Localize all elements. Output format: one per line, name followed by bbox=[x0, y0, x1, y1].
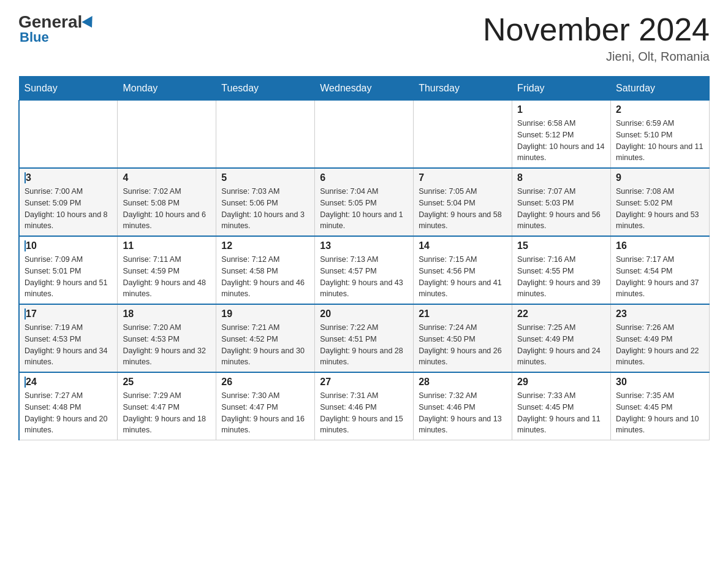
day-info: Sunrise: 7:17 AMSunset: 4:54 PMDaylight:… bbox=[616, 254, 704, 300]
day-number: 22 bbox=[517, 308, 605, 320]
calendar-cell-w5-d6: 29Sunrise: 7:33 AMSunset: 4:45 PMDayligh… bbox=[512, 372, 611, 440]
col-sunday: Sunday bbox=[19, 77, 118, 101]
day-info: Sunrise: 7:08 AMSunset: 5:02 PMDaylight:… bbox=[616, 186, 704, 232]
day-number: 23 bbox=[616, 308, 704, 320]
calendar-cell-w3-d7: 16Sunrise: 7:17 AMSunset: 4:54 PMDayligh… bbox=[611, 236, 710, 304]
day-number: 21 bbox=[419, 308, 507, 320]
calendar-cell-w4-d7: 23Sunrise: 7:26 AMSunset: 4:49 PMDayligh… bbox=[611, 304, 710, 372]
day-info: Sunrise: 7:32 AMSunset: 4:46 PMDaylight:… bbox=[419, 390, 507, 436]
day-number: 20 bbox=[320, 308, 408, 320]
col-friday: Friday bbox=[512, 77, 611, 101]
calendar-header-row: Sunday Monday Tuesday Wednesday Thursday… bbox=[19, 77, 710, 101]
day-number: 11 bbox=[123, 240, 211, 251]
day-number: 29 bbox=[517, 377, 605, 388]
calendar-cell-w5-d2: 25Sunrise: 7:29 AMSunset: 4:47 PMDayligh… bbox=[118, 372, 216, 440]
calendar-cell-w2-d4: 6Sunrise: 7:04 AMSunset: 5:05 PMDaylight… bbox=[315, 168, 414, 236]
day-number: 24 bbox=[25, 377, 112, 388]
calendar-cell-w3-d1: 10Sunrise: 7:09 AMSunset: 5:01 PMDayligh… bbox=[19, 236, 118, 304]
day-info: Sunrise: 7:02 AMSunset: 5:08 PMDaylight:… bbox=[123, 186, 211, 232]
day-number: 5 bbox=[221, 172, 309, 183]
day-number: 19 bbox=[221, 308, 309, 320]
day-info: Sunrise: 7:09 AMSunset: 5:01 PMDaylight:… bbox=[25, 254, 112, 300]
calendar-week-1: 1Sunrise: 6:58 AMSunset: 5:12 PMDaylight… bbox=[19, 101, 710, 169]
day-info: Sunrise: 7:29 AMSunset: 4:47 PMDaylight:… bbox=[123, 390, 211, 436]
calendar-cell-w3-d6: 15Sunrise: 7:16 AMSunset: 4:55 PMDayligh… bbox=[512, 236, 611, 304]
calendar-cell-w2-d1: 3Sunrise: 7:00 AMSunset: 5:09 PMDaylight… bbox=[19, 168, 118, 236]
calendar-cell-w2-d3: 5Sunrise: 7:03 AMSunset: 5:06 PMDaylight… bbox=[216, 168, 315, 236]
logo-blue-label: Blue bbox=[20, 29, 49, 45]
day-info: Sunrise: 7:04 AMSunset: 5:05 PMDaylight:… bbox=[320, 186, 408, 232]
day-info: Sunrise: 7:15 AMSunset: 4:56 PMDaylight:… bbox=[419, 254, 507, 300]
day-number: 30 bbox=[616, 377, 704, 388]
day-info: Sunrise: 7:19 AMSunset: 4:53 PMDaylight:… bbox=[25, 322, 112, 368]
calendar-cell-w1-d7: 2Sunrise: 6:59 AMSunset: 5:10 PMDaylight… bbox=[611, 101, 710, 169]
calendar-cell-w1-d4 bbox=[315, 101, 414, 169]
calendar-cell-w1-d2 bbox=[118, 101, 216, 169]
calendar-cell-w4-d2: 18Sunrise: 7:20 AMSunset: 4:53 PMDayligh… bbox=[118, 304, 216, 372]
day-number: 14 bbox=[419, 240, 507, 251]
logo: General Blue bbox=[18, 12, 96, 45]
day-info: Sunrise: 7:25 AMSunset: 4:49 PMDaylight:… bbox=[517, 322, 605, 368]
day-info: Sunrise: 7:05 AMSunset: 5:04 PMDaylight:… bbox=[419, 186, 507, 232]
day-info: Sunrise: 7:24 AMSunset: 4:50 PMDaylight:… bbox=[419, 322, 507, 368]
col-saturday: Saturday bbox=[611, 77, 710, 101]
calendar-cell-w3-d2: 11Sunrise: 7:11 AMSunset: 4:59 PMDayligh… bbox=[118, 236, 216, 304]
location-label: Jieni, Olt, Romania bbox=[483, 50, 710, 64]
day-info: Sunrise: 6:59 AMSunset: 5:10 PMDaylight:… bbox=[616, 118, 704, 164]
calendar-week-5: 24Sunrise: 7:27 AMSunset: 4:48 PMDayligh… bbox=[19, 372, 710, 440]
day-number: 17 bbox=[25, 308, 112, 320]
calendar-cell-w3-d5: 14Sunrise: 7:15 AMSunset: 4:56 PMDayligh… bbox=[414, 236, 512, 304]
day-info: Sunrise: 7:26 AMSunset: 4:49 PMDaylight:… bbox=[616, 322, 704, 368]
calendar-cell-w2-d6: 8Sunrise: 7:07 AMSunset: 5:03 PMDaylight… bbox=[512, 168, 611, 236]
day-number: 10 bbox=[25, 240, 112, 251]
calendar-cell-w5-d7: 30Sunrise: 7:35 AMSunset: 4:45 PMDayligh… bbox=[611, 372, 710, 440]
calendar-cell-w2-d2: 4Sunrise: 7:02 AMSunset: 5:08 PMDaylight… bbox=[118, 168, 216, 236]
calendar-cell-w1-d1 bbox=[19, 101, 118, 169]
calendar-week-4: 17Sunrise: 7:19 AMSunset: 4:53 PMDayligh… bbox=[19, 304, 710, 372]
day-number: 26 bbox=[221, 377, 309, 388]
day-info: Sunrise: 7:35 AMSunset: 4:45 PMDaylight:… bbox=[616, 390, 704, 436]
day-number: 18 bbox=[123, 308, 211, 320]
calendar-cell-w5-d3: 26Sunrise: 7:30 AMSunset: 4:47 PMDayligh… bbox=[216, 372, 315, 440]
day-number: 6 bbox=[320, 172, 408, 183]
day-info: Sunrise: 7:13 AMSunset: 4:57 PMDaylight:… bbox=[320, 254, 408, 300]
day-number: 15 bbox=[517, 240, 605, 251]
calendar-cell-w2-d5: 7Sunrise: 7:05 AMSunset: 5:04 PMDaylight… bbox=[414, 168, 512, 236]
calendar-cell-w5-d1: 24Sunrise: 7:27 AMSunset: 4:48 PMDayligh… bbox=[19, 372, 118, 440]
calendar-cell-w4-d1: 17Sunrise: 7:19 AMSunset: 4:53 PMDayligh… bbox=[19, 304, 118, 372]
day-info: Sunrise: 7:16 AMSunset: 4:55 PMDaylight:… bbox=[517, 254, 605, 300]
col-monday: Monday bbox=[118, 77, 216, 101]
calendar-cell-w5-d5: 28Sunrise: 7:32 AMSunset: 4:46 PMDayligh… bbox=[414, 372, 512, 440]
col-wednesday: Wednesday bbox=[315, 77, 414, 101]
calendar-cell-w2-d7: 9Sunrise: 7:08 AMSunset: 5:02 PMDaylight… bbox=[611, 168, 710, 236]
day-number: 9 bbox=[616, 172, 704, 183]
day-info: Sunrise: 7:22 AMSunset: 4:51 PMDaylight:… bbox=[320, 322, 408, 368]
calendar-week-2: 3Sunrise: 7:00 AMSunset: 5:09 PMDaylight… bbox=[19, 168, 710, 236]
logo-arrow-icon bbox=[82, 16, 97, 31]
day-number: 7 bbox=[419, 172, 507, 183]
day-number: 25 bbox=[123, 377, 211, 388]
calendar-cell-w3-d4: 13Sunrise: 7:13 AMSunset: 4:57 PMDayligh… bbox=[315, 236, 414, 304]
day-number: 4 bbox=[123, 172, 211, 183]
title-block: November 2024 Jieni, Olt, Romania bbox=[483, 12, 710, 64]
col-tuesday: Tuesday bbox=[216, 77, 315, 101]
day-number: 16 bbox=[616, 240, 704, 251]
day-number: 8 bbox=[517, 172, 605, 183]
day-number: 2 bbox=[616, 104, 704, 115]
calendar-cell-w4-d3: 19Sunrise: 7:21 AMSunset: 4:52 PMDayligh… bbox=[216, 304, 315, 372]
day-number: 1 bbox=[517, 104, 605, 115]
calendar-cell-w1-d5 bbox=[414, 101, 512, 169]
calendar-cell-w1-d3 bbox=[216, 101, 315, 169]
day-info: Sunrise: 7:07 AMSunset: 5:03 PMDaylight:… bbox=[517, 186, 605, 232]
day-info: Sunrise: 7:00 AMSunset: 5:09 PMDaylight:… bbox=[25, 186, 112, 232]
calendar-title: November 2024 bbox=[483, 12, 710, 47]
day-info: Sunrise: 7:30 AMSunset: 4:47 PMDaylight:… bbox=[221, 390, 309, 436]
day-info: Sunrise: 6:58 AMSunset: 5:12 PMDaylight:… bbox=[517, 118, 605, 164]
calendar-week-3: 10Sunrise: 7:09 AMSunset: 5:01 PMDayligh… bbox=[19, 236, 710, 304]
day-info: Sunrise: 7:27 AMSunset: 4:48 PMDaylight:… bbox=[25, 390, 112, 436]
day-number: 27 bbox=[320, 377, 408, 388]
day-info: Sunrise: 7:11 AMSunset: 4:59 PMDaylight:… bbox=[123, 254, 211, 300]
day-info: Sunrise: 7:31 AMSunset: 4:46 PMDaylight:… bbox=[320, 390, 408, 436]
day-info: Sunrise: 7:03 AMSunset: 5:06 PMDaylight:… bbox=[221, 186, 309, 232]
calendar-cell-w3-d3: 12Sunrise: 7:12 AMSunset: 4:58 PMDayligh… bbox=[216, 236, 315, 304]
